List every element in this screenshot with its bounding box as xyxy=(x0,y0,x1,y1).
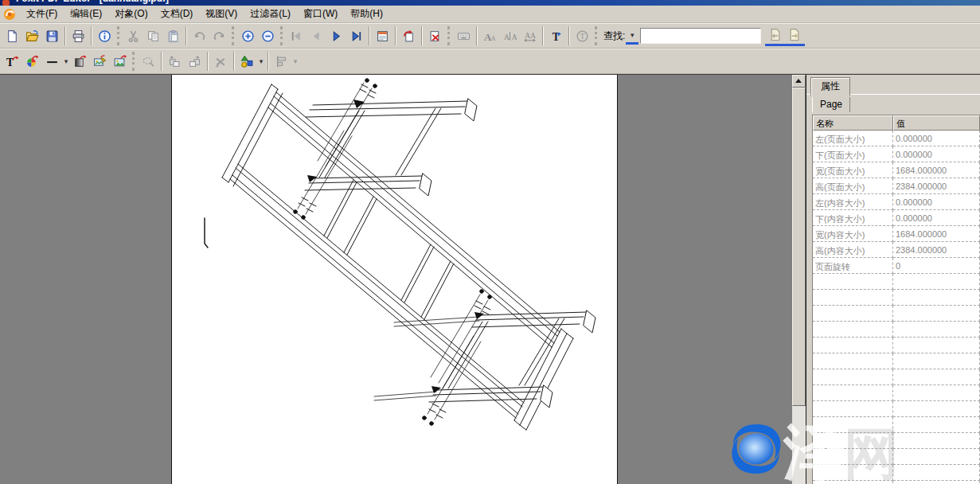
line-style-dropdown-caret[interactable]: ▾ xyxy=(62,57,70,65)
svg-text:A: A xyxy=(504,32,510,41)
add-color-icon xyxy=(25,55,39,68)
cut-button[interactable] xyxy=(123,26,143,46)
top-ladder-caps xyxy=(420,99,477,196)
undo-button[interactable] xyxy=(189,26,209,46)
svg-text:A: A xyxy=(491,33,497,41)
find-input[interactable] xyxy=(640,28,761,44)
pdf-page[interactable] xyxy=(171,75,618,484)
toolbar-grip[interactable] xyxy=(280,26,283,45)
vertical-scrollbar[interactable] xyxy=(792,75,806,484)
rotate-page-icon xyxy=(402,29,416,43)
add-shape-dropdown-caret[interactable]: ▾ xyxy=(257,57,265,65)
property-row[interactable]: 高(页面大小)2384.000000 xyxy=(813,178,980,194)
font-replace-button[interactable]: AA xyxy=(480,26,500,46)
menu-view[interactable]: 视图(V) xyxy=(199,6,244,22)
menu-document[interactable]: 文档(D) xyxy=(154,6,200,22)
empty-property-row xyxy=(813,465,980,481)
last-page-button[interactable] xyxy=(346,26,366,46)
paste-button[interactable] xyxy=(163,26,183,46)
property-value[interactable]: 2384.000000 xyxy=(893,242,980,258)
property-value[interactable]: 1684.000000 xyxy=(893,226,980,242)
add-image-button[interactable] xyxy=(110,52,130,72)
bring-forward-button[interactable] xyxy=(185,52,205,72)
property-value[interactable]: 1684.000000 xyxy=(893,162,980,178)
first-page-button[interactable] xyxy=(287,26,306,46)
menu-file[interactable]: 文件(F) xyxy=(20,6,64,22)
document-info-button[interactable] xyxy=(95,26,115,46)
add-shape-button[interactable] xyxy=(237,52,257,72)
insert-text-button[interactable]: T xyxy=(546,26,566,46)
add-color-button[interactable] xyxy=(22,52,42,72)
menu-bar: 文件(F)编辑(E)对象(O)文档(D)视图(V)过滤器(L)窗口(W)帮助(H… xyxy=(0,6,980,23)
property-row[interactable]: 宽(内容大小)1684.000000 xyxy=(813,226,980,242)
property-value[interactable]: 0.000000 xyxy=(893,146,980,162)
fill-gradient-button[interactable] xyxy=(70,52,90,72)
line-style-button[interactable] xyxy=(42,52,62,72)
menu-help[interactable]: 帮助(H) xyxy=(344,6,389,22)
rotate-page-button[interactable] xyxy=(399,26,419,46)
menu-object[interactable]: 对象(O) xyxy=(108,6,154,22)
property-value[interactable]: 0.000000 xyxy=(893,210,980,226)
add-shape-icon xyxy=(240,55,254,68)
property-value[interactable]: 0.000000 xyxy=(893,194,980,210)
send-backward-button[interactable] xyxy=(165,52,185,72)
redo-button[interactable] xyxy=(209,26,229,46)
menu-filter[interactable]: 过滤器(L) xyxy=(244,6,297,22)
properties-grid: 名称 值 左(页面大小)0.000000下(页面大小)0.000000宽(页面大… xyxy=(812,115,980,484)
property-value[interactable]: 0 xyxy=(893,258,980,274)
menu-edit[interactable]: 编辑(E) xyxy=(64,6,108,22)
find-next-button[interactable] xyxy=(785,26,805,46)
copy-button[interactable] xyxy=(143,26,163,46)
text-style-button[interactable]: T xyxy=(572,26,592,46)
toolbar-grip[interactable] xyxy=(132,52,135,71)
free-select-icon xyxy=(142,55,155,68)
top-ladder-screws xyxy=(294,79,377,220)
next-page-button[interactable] xyxy=(326,26,346,46)
property-row[interactable]: 宽(页面大小)1684.000000 xyxy=(813,162,980,178)
tab-properties[interactable]: 属性 xyxy=(810,77,850,96)
zoom-in-button[interactable] xyxy=(238,26,258,46)
free-select-button[interactable] xyxy=(139,52,158,72)
tab-page[interactable]: Page xyxy=(812,97,850,112)
find-dropdown-caret[interactable]: ▾ xyxy=(626,27,638,45)
align-objects-dropdown-caret[interactable]: ▾ xyxy=(291,57,299,65)
menu-window[interactable]: 窗口(W) xyxy=(297,6,344,22)
property-row[interactable]: 页面旋转0 xyxy=(813,258,980,274)
text-style-icon: T xyxy=(576,29,589,43)
find-prev-button[interactable] xyxy=(765,26,785,46)
window-title: Foxit PDF Editor - [danhuang.pdf] xyxy=(16,0,169,4)
page-setup-button[interactable] xyxy=(373,26,392,46)
keyboard-button[interactable] xyxy=(454,26,474,46)
column-header-name[interactable]: 名称 xyxy=(813,115,893,131)
property-row[interactable]: 下(页面大小)0.000000 xyxy=(813,146,980,162)
align-objects-button[interactable] xyxy=(271,52,291,72)
scrollbar-thumb[interactable] xyxy=(792,88,806,406)
property-value[interactable]: 2384.000000 xyxy=(893,178,980,194)
toolbar-grip[interactable] xyxy=(117,26,119,45)
toolbar-grip[interactable] xyxy=(447,26,450,45)
print-button[interactable] xyxy=(68,26,88,46)
prev-page-button[interactable] xyxy=(306,26,326,46)
font-kerning-button[interactable]: AA xyxy=(500,26,520,46)
edit-image-button[interactable] xyxy=(90,52,110,72)
toolbar-separator xyxy=(207,52,209,71)
delete-object-button[interactable] xyxy=(211,52,231,72)
toolbar-grip[interactable] xyxy=(232,26,234,45)
property-row[interactable]: 下(内容大小)0.000000 xyxy=(813,210,980,226)
new-document-button[interactable] xyxy=(2,26,22,46)
open-file-button[interactable] xyxy=(22,26,42,46)
main-frame-rungs xyxy=(324,180,454,319)
delete-page-button[interactable] xyxy=(425,26,445,46)
zoom-out-button[interactable] xyxy=(258,26,278,46)
save-button[interactable] xyxy=(42,26,62,46)
property-row[interactable]: 左(页面大小)0.000000 xyxy=(813,131,980,146)
property-row[interactable]: 高(内容大小)2384.000000 xyxy=(813,242,980,258)
property-row[interactable]: 左(内容大小)0.000000 xyxy=(813,194,980,210)
font-spacing-button[interactable]: AA xyxy=(520,26,540,46)
workspace: 属性 Page 名称 值 左(页面大小)0.000000下(页面大小)0.000… xyxy=(0,74,980,484)
add-text-object-button[interactable]: T xyxy=(2,52,22,72)
property-value[interactable]: 0.000000 xyxy=(893,131,980,146)
column-header-value[interactable]: 值 xyxy=(893,115,980,131)
find-bar-grip[interactable] xyxy=(595,26,597,45)
scroll-up-button[interactable] xyxy=(792,75,806,88)
